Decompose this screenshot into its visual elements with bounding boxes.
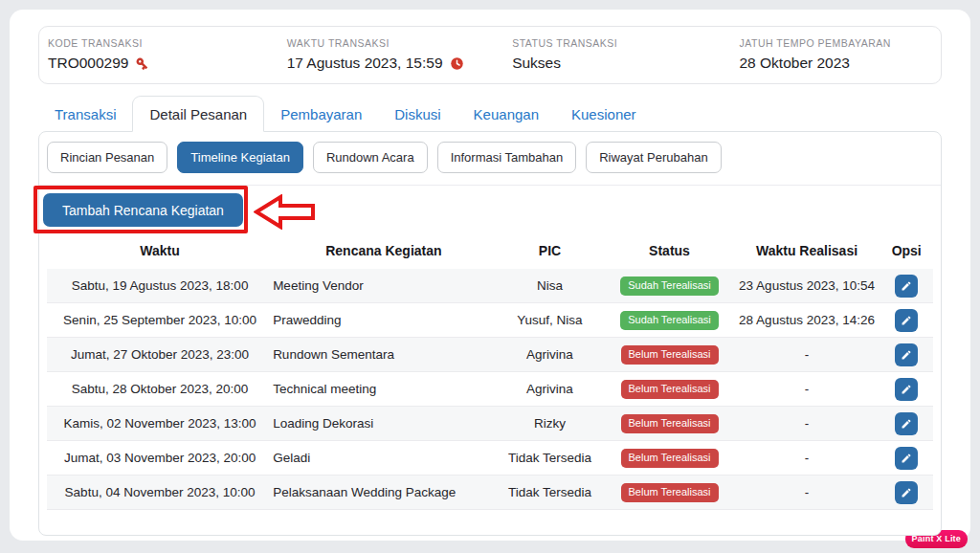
tab-transaksi[interactable]: Transaksi — [38, 96, 132, 131]
cell-waktu: Sabtu, 28 Oktober 2023, 20:00 — [47, 382, 273, 396]
column-header-rencana-kegiatan: Rencana Kegiatan — [273, 243, 495, 258]
cell-waktu-realisasi: - — [734, 416, 880, 431]
table-row: Jumat, 03 November 2023, 20:00GeladiTida… — [47, 441, 933, 476]
table-row: Senin, 25 September 2023, 10:00Praweddin… — [47, 303, 933, 338]
tab-detail-pesanan[interactable]: Detail Pesanan — [132, 96, 264, 132]
cell-waktu-realisasi: - — [734, 485, 880, 499]
status-badge: Sudah Terealisasi — [620, 276, 719, 296]
subtab-riwayat-perubahan[interactable]: Riwayat Perubahan — [586, 142, 721, 173]
cell-waktu-realisasi: 23 Agustus 2023, 10:54 — [734, 278, 880, 293]
edit-row-button[interactable] — [895, 309, 918, 332]
cell-pic: Tidak Tersedia — [495, 451, 606, 465]
detail-pesanan-panel: Rincian Pesanan Timeline Kegiatan Rundow… — [38, 131, 942, 536]
table-row: Sabtu, 04 November 2023, 10:00Pelaksanaa… — [47, 476, 933, 510]
info-field-status-transaksi: STATUS TRANSAKSI Sukses — [503, 37, 730, 72]
history-clock-icon — [450, 56, 464, 71]
table-row: Kamis, 02 November 2023, 13:00Loading De… — [47, 407, 933, 441]
info-label: WAKTU TRANSAKSI — [287, 37, 504, 49]
cell-waktu-realisasi: - — [734, 451, 880, 465]
edit-row-button[interactable] — [895, 447, 918, 470]
cell-pic: Rizky — [495, 416, 606, 431]
cell-rencana-kegiatan: Geladi — [273, 451, 495, 465]
edit-row-button[interactable] — [895, 275, 918, 298]
transaction-time: 17 Agustus 2023, 15:59 — [287, 55, 443, 72]
cell-opsi — [880, 378, 933, 401]
status-badge: Belum Terealisasi — [621, 449, 719, 468]
main-window: KODE TRANSAKSI TRO000299 WAKTU TRANSAKSI… — [10, 10, 970, 541]
status-badge: Belum Terealisasi — [621, 414, 719, 433]
cell-pic: Agrivina — [495, 347, 606, 362]
subtab-rundown-acara[interactable]: Rundown Acara — [313, 142, 428, 173]
tab-pembayaran[interactable]: Pembayaran — [264, 96, 378, 131]
info-value: 17 Agustus 2023, 15:59 — [287, 55, 504, 72]
cell-waktu: Sabtu, 04 November 2023, 10:00 — [47, 485, 273, 499]
cell-pic: Nisa — [495, 278, 606, 293]
subtab-rincian-pesanan[interactable]: Rincian Pesanan — [47, 142, 167, 173]
info-field-waktu-transaksi: WAKTU TRANSAKSI 17 Agustus 2023, 15:59 — [278, 37, 504, 72]
cell-waktu: Kamis, 02 November 2023, 13:00 — [47, 416, 273, 431]
cell-waktu-realisasi: - — [734, 347, 880, 362]
table-row: Sabtu, 19 Agustus 2023, 18:00Meeting Ven… — [47, 269, 933, 303]
edit-row-button[interactable] — [895, 378, 918, 401]
cell-status: Belum Terealisasi — [605, 380, 733, 399]
tab-diskusi[interactable]: Diskusi — [378, 96, 457, 131]
cell-rencana-kegiatan: Technical meeting — [273, 382, 495, 396]
cell-status: Belum Terealisasi — [605, 449, 733, 468]
tab-keuangan[interactable]: Keuangan — [457, 96, 555, 131]
cell-opsi — [880, 481, 933, 504]
subtab-informasi-tambahan[interactable]: Informasi Tambahan — [437, 142, 577, 173]
cell-status: Sudah Terealisasi — [605, 311, 733, 330]
table-row: Sabtu, 28 Oktober 2023, 20:00Technical m… — [47, 372, 933, 407]
cell-waktu: Jumat, 03 November 2023, 20:00 — [47, 451, 273, 465]
sub-tab-bar: Rincian Pesanan Timeline Kegiatan Rundow… — [39, 132, 941, 186]
cell-rencana-kegiatan: Prawedding — [273, 313, 495, 327]
info-value: TRO000299 — [48, 55, 278, 72]
key-icon — [135, 56, 149, 71]
table-header-row: Waktu Rencana Kegiatan PIC Status Waktu … — [47, 234, 933, 269]
info-label: STATUS TRANSAKSI — [512, 37, 730, 49]
cell-status: Sudah Terealisasi — [605, 276, 733, 296]
edit-row-button[interactable] — [895, 412, 918, 435]
cell-waktu: Sabtu, 19 Agustus 2023, 18:00 — [47, 278, 273, 293]
cell-waktu-realisasi: - — [734, 382, 880, 396]
column-header-opsi: Opsi — [880, 243, 933, 258]
edit-row-button[interactable] — [895, 481, 918, 504]
action-row: Tambah Rencana Kegiatan — [39, 186, 941, 234]
timeline-table: Waktu Rencana Kegiatan PIC Status Waktu … — [47, 234, 933, 510]
transaction-status: Sukses — [512, 55, 561, 72]
status-badge: Belum Terealisasi — [621, 345, 719, 365]
table-row: Jumat, 27 Oktober 2023, 23:00Rundown Sem… — [47, 338, 933, 372]
edit-row-button[interactable] — [895, 343, 918, 366]
cell-status: Belum Terealisasi — [605, 345, 733, 365]
column-header-waktu: Waktu — [47, 243, 273, 258]
cell-opsi — [880, 447, 933, 470]
status-badge: Sudah Terealisasi — [620, 311, 719, 330]
main-tab-bar: Transaksi Detail Pesanan Pembayaran Disk… — [38, 96, 942, 131]
cell-rencana-kegiatan: Meeting Vendor — [273, 278, 495, 293]
payment-due-date: 28 Oktober 2023 — [740, 55, 850, 72]
cell-opsi — [880, 343, 933, 366]
cell-status: Belum Terealisasi — [605, 414, 733, 433]
transaction-code: TRO000299 — [48, 55, 128, 72]
tambah-rencana-kegiatan-button[interactable]: Tambah Rencana Kegiatan — [43, 193, 243, 227]
transaction-info-card: KODE TRANSAKSI TRO000299 WAKTU TRANSAKSI… — [38, 26, 942, 84]
cell-waktu: Senin, 25 September 2023, 10:00 — [47, 313, 273, 327]
cell-pic: Tidak Tersedia — [495, 485, 606, 499]
cell-pic: Agrivina — [495, 382, 606, 396]
cell-rencana-kegiatan: Loading Dekorasi — [273, 416, 495, 431]
column-header-waktu-realisasi: Waktu Realisasi — [734, 243, 880, 258]
cell-waktu-realisasi: 28 Agustus 2023, 14:26 — [734, 313, 880, 327]
cell-opsi — [880, 275, 933, 298]
column-header-status: Status — [605, 243, 733, 258]
tab-kuesioner[interactable]: Kuesioner — [555, 96, 653, 131]
table-body: Sabtu, 19 Agustus 2023, 18:00Meeting Ven… — [47, 269, 933, 510]
cell-status: Belum Terealisasi — [605, 483, 733, 502]
cell-rencana-kegiatan: Rundown Sementara — [273, 347, 495, 362]
info-field-kode-transaksi: KODE TRANSAKSI TRO000299 — [39, 37, 278, 72]
cell-waktu: Jumat, 27 Oktober 2023, 23:00 — [47, 347, 273, 362]
subtab-timeline-kegiatan[interactable]: Timeline Kegiatan — [177, 142, 303, 173]
status-badge: Belum Terealisasi — [621, 483, 719, 502]
info-field-jatuh-tempo: JATUH TEMPO PEMBAYARAN 28 Oktober 2023 — [731, 37, 941, 72]
status-badge: Belum Terealisasi — [621, 380, 719, 399]
info-label: JATUH TEMPO PEMBAYARAN — [740, 37, 941, 49]
